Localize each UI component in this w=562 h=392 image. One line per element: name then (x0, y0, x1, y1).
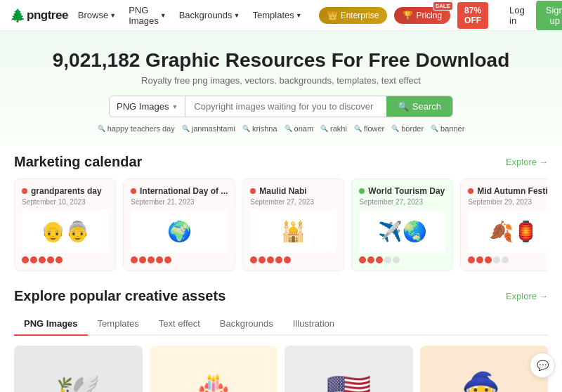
asset-card[interactable]: 🇺🇸 (285, 346, 413, 392)
sale-badge: SALE (433, 1, 453, 11)
calendar-card[interactable]: Maulid Nabi September 27, 2023 🕌 (242, 178, 344, 271)
nav-browse[interactable]: Browse ▼ (75, 7, 119, 23)
search-tag[interactable]: 🔍border (391, 124, 424, 133)
marketing-section: Marketing calendar Explore → grandparent… (0, 143, 562, 282)
search-tag[interactable]: 🔍krishna (242, 124, 277, 133)
calendar-dot (359, 188, 365, 194)
search-tag[interactable]: 🔍onam (285, 124, 314, 133)
search-icon: 🔍 (354, 125, 362, 132)
search-icon: 🔍 (391, 125, 399, 132)
chevron-down-icon: ▼ (296, 12, 302, 19)
logo-text: pngtree (27, 8, 68, 22)
tab-templates[interactable]: Templates (88, 313, 149, 336)
search-bar: PNG Images ▼ 🔍 Search (109, 96, 453, 117)
search-tag[interactable]: 🔍flower (354, 124, 384, 133)
calendar-card-image: 🍂🏮 (468, 210, 548, 252)
tab-illustration[interactable]: Illustration (283, 313, 344, 336)
popular-header: Explore popular creative assets Explore … (14, 288, 548, 304)
popular-explore-link[interactable]: Explore → (506, 291, 548, 301)
search-icon: 🔍 (98, 125, 105, 132)
calendar-card-title: grandparents day (31, 186, 102, 196)
search-icon: 🔍 (182, 125, 190, 132)
chat-icon: 💬 (537, 360, 549, 371)
search-icon: 🔍 (242, 125, 250, 132)
marketing-title: Marketing calendar (14, 154, 142, 170)
nav-png-images[interactable]: PNG Images ▼ (126, 2, 169, 29)
header: 🌲 pngtree Browse ▼ PNG Images ▼ Backgrou… (0, 0, 562, 31)
calendar-card-title: Maulid Nabi (259, 186, 306, 196)
calendar-card[interactable]: World Tourism Day September 27, 2023 ✈️🌏 (351, 178, 453, 271)
logo[interactable]: 🌲 pngtree (10, 8, 68, 23)
chevron-down-icon: ▼ (110, 12, 116, 19)
calendar-card[interactable]: Mid Autumn Festival September 29, 2023 🍂… (460, 178, 548, 271)
grid-icon[interactable] (495, 9, 498, 22)
search-icon: 🔍 (320, 125, 328, 132)
scroll-to-top-button[interactable]: 💬 (530, 353, 555, 378)
calendar-card-image: 👴👵 (22, 210, 108, 252)
search-tag[interactable]: 🔍rakhi (320, 124, 347, 133)
arrow-right-icon: → (539, 157, 548, 167)
chevron-down-icon: ▼ (234, 12, 240, 19)
calendar-cards-container: grandparents day September 10, 2023 👴👵 I… (14, 178, 548, 271)
nav-templates[interactable]: Templates ▼ (250, 7, 305, 23)
login-button[interactable]: Log in (505, 2, 529, 29)
search-tag[interactable]: 🔍happy teachers day (98, 124, 175, 133)
pricing-button[interactable]: 🏆 Pricing SALE (394, 7, 450, 24)
search-tags: 🔍happy teachers day🔍janmashtami🔍krishna🔍… (14, 124, 548, 133)
popular-title: Explore popular creative assets (14, 288, 226, 304)
search-type-selector[interactable]: PNG Images ▼ (110, 96, 185, 117)
search-input[interactable] (185, 96, 386, 117)
calendar-card-date: September 27, 2023 (250, 198, 336, 206)
tab-png-images[interactable]: PNG Images (14, 313, 88, 336)
asset-card[interactable]: 🎂 (150, 346, 278, 392)
asset-grid: 🕊️SALEOnly$79🎂🇺🇸🧙 (14, 346, 548, 392)
chevron-down-icon: ▼ (160, 12, 166, 19)
calendar-dot (250, 188, 256, 194)
calendar-card-title: World Tourism Day (368, 186, 445, 196)
hero-subtitle: Royalty free png images, vectors, backgr… (14, 75, 548, 86)
chevron-down-icon: ▼ (171, 103, 178, 110)
search-tag[interactable]: 🔍janmashtami (182, 124, 235, 133)
calendar-card[interactable]: grandparents day September 10, 2023 👴👵 (14, 178, 116, 271)
calendar-card-image: 🕌 (250, 210, 336, 252)
calendar-card-date: September 29, 2023 (468, 198, 548, 206)
marketing-header: Marketing calendar Explore → (14, 154, 548, 170)
logo-tree-icon: 🌲 (10, 8, 25, 23)
tab-backgrounds[interactable]: Backgrounds (210, 313, 283, 336)
enterprise-button[interactable]: 👑 Enterprise (319, 7, 388, 24)
arrow-right-icon: → (539, 291, 548, 301)
calendar-card-image: ✈️🌏 (359, 210, 445, 252)
search-tag[interactable]: 🔍banner (431, 124, 464, 133)
calendar-dot (22, 188, 27, 194)
tab-text-effect[interactable]: Text effect (149, 313, 210, 336)
calendar-card[interactable]: International Day of ... September 21, 2… (123, 178, 235, 271)
search-icon: 🔍 (398, 101, 409, 112)
marketing-explore-link[interactable]: Explore → (506, 157, 548, 167)
calendar-card-date: September 10, 2023 (22, 198, 108, 206)
search-icon: 🔍 (285, 125, 292, 132)
popular-tabs: PNG ImagesTemplatesText effectBackground… (14, 313, 548, 336)
crown-icon: 👑 (327, 11, 338, 20)
calendar-card-date: September 27, 2023 (359, 198, 445, 206)
asset-card[interactable]: 🕊️SALEOnly$79 (14, 346, 143, 392)
asset-card[interactable]: 🧙 (420, 346, 549, 392)
signup-button[interactable]: Sign up (536, 1, 562, 30)
calendar-card-image: 🌍 (131, 210, 228, 252)
trophy-icon: 🏆 (403, 11, 413, 20)
off-button[interactable]: 87% OFF (457, 2, 488, 29)
calendar-card-title: Mid Autumn Festival (477, 186, 548, 196)
search-icon: 🔍 (431, 125, 438, 132)
hero-section: 9,021,182 Graphic Resources For Free Dow… (0, 31, 562, 143)
calendar-card-date: September 21, 2023 (131, 198, 228, 206)
calendar-dot (468, 188, 473, 194)
calendar-card-title: International Day of ... (140, 186, 228, 196)
search-button[interactable]: 🔍 Search (386, 96, 452, 117)
nav-backgrounds[interactable]: Backgrounds ▼ (176, 7, 243, 23)
popular-section: Explore popular creative assets Explore … (0, 282, 562, 392)
calendar-dot (131, 188, 136, 194)
hero-title: 9,021,182 Graphic Resources For Free Dow… (14, 49, 548, 72)
